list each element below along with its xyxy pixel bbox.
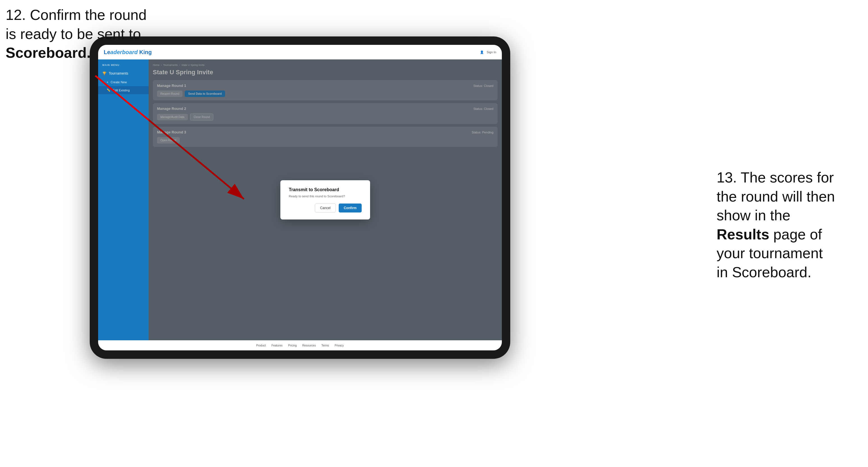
tablet-device: Leaderboard King 👤 Sign In MAIN MENU 🏆 T… xyxy=(90,36,510,359)
sidebar-create-new-label: Create New xyxy=(111,81,127,84)
nav-right: 👤 Sign In xyxy=(480,51,496,54)
footer-privacy[interactable]: Privacy xyxy=(335,344,344,347)
modal-actions: Cancel Confirm xyxy=(289,204,362,213)
plus-icon: + xyxy=(106,81,108,84)
transmit-modal: Transmit to Scoreboard Ready to send thi… xyxy=(280,180,370,219)
user-icon: 👤 xyxy=(480,51,484,54)
annotation-right: 13. The scores for the round will then s… xyxy=(717,168,862,282)
sidebar-edit-existing-label: Edit Existing xyxy=(113,89,130,92)
annotation-results-bold: Results xyxy=(717,226,769,243)
edit-icon: ✏️ xyxy=(106,88,111,92)
annotation-top-left: 12. Confirm the round is ready to be sen… xyxy=(6,6,147,63)
footer-resources[interactable]: Resources xyxy=(302,344,316,347)
annotation-line1: 12. Confirm the round xyxy=(6,7,147,23)
footer-product[interactable]: Product xyxy=(256,344,266,347)
tablet-screen: Leaderboard King 👤 Sign In MAIN MENU 🏆 T… xyxy=(98,45,502,350)
footer-features[interactable]: Features xyxy=(271,344,282,347)
annotation-right-text: 13. The scores for the round will then s… xyxy=(717,169,835,280)
trophy-icon: 🏆 xyxy=(102,71,106,75)
sidebar-item-create-new[interactable]: + Create New xyxy=(98,78,149,86)
top-nav: Leaderboard King 👤 Sign In xyxy=(98,45,502,59)
modal-confirm-button[interactable]: Confirm xyxy=(339,204,362,213)
modal-overlay: Transmit to Scoreboard Ready to send thi… xyxy=(149,59,502,340)
footer: Product Features Pricing Resources Terms… xyxy=(98,340,502,350)
annotation-bold: Scoreboard. xyxy=(6,44,91,61)
annotation-line2: is ready to be sent to xyxy=(6,26,141,42)
sidebar: MAIN MENU 🏆 Tournaments + Create New ✏️ … xyxy=(98,59,149,340)
sidebar-menu-label: MAIN MENU xyxy=(98,64,149,66)
sign-in-button[interactable]: Sign In xyxy=(487,51,496,54)
sidebar-tournaments-label: Tournaments xyxy=(109,71,128,75)
main-content: Home › Tournaments › State U Spring Invi… xyxy=(149,59,502,340)
modal-title: Transmit to Scoreboard xyxy=(289,187,362,192)
sidebar-item-edit-existing[interactable]: ✏️ Edit Existing xyxy=(98,86,149,94)
modal-cancel-button[interactable]: Cancel xyxy=(315,204,336,213)
sidebar-item-tournaments[interactable]: 🏆 Tournaments xyxy=(98,69,149,78)
footer-terms[interactable]: Terms xyxy=(321,344,329,347)
footer-pricing[interactable]: Pricing xyxy=(288,344,297,347)
main-layout: MAIN MENU 🏆 Tournaments + Create New ✏️ … xyxy=(98,59,502,340)
modal-subtitle: Ready to send this round to Scoreboard? xyxy=(289,194,362,198)
